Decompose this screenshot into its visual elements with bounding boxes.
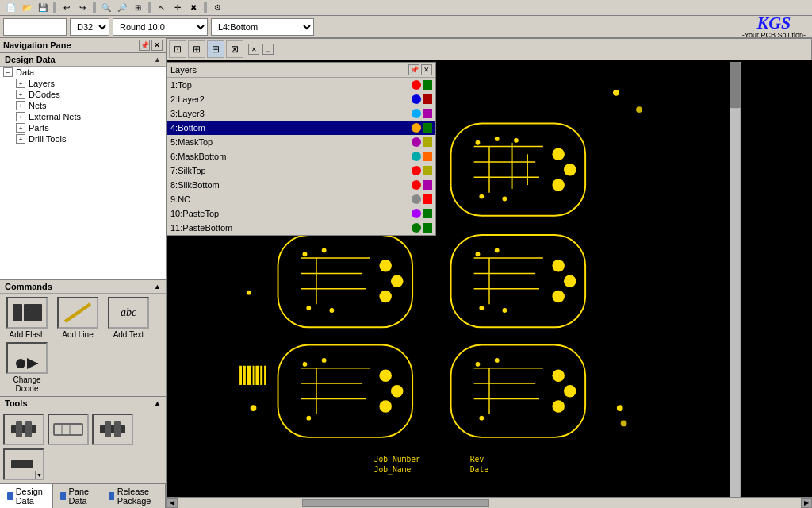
toolbar-icon-settings[interactable]: ⚙: [210, 1, 224, 15]
svg-point-101: [476, 362, 481, 367]
left-panel: Navigation Pane 📌 ✕ Design Data ▲ − Data…: [0, 38, 167, 508]
tree-expand-nets[interactable]: +: [16, 101, 25, 110]
drill-code-select[interactable]: D32: [70, 18, 109, 36]
tools-scroll-up[interactable]: ▲: [154, 399, 161, 407]
svg-point-64: [391, 275, 404, 287]
layer-row-4[interactable]: 4:Bottom: [167, 121, 435, 135]
svg-point-80: [479, 306, 484, 310]
layer-row-2[interactable]: 2:Layer2: [167, 92, 435, 106]
tool-4[interactable]: ▼: [3, 448, 44, 480]
tree-expand-dcodes[interactable]: +: [16, 90, 25, 99]
toolbar-icon-move[interactable]: ✛: [170, 1, 185, 15]
canvas-close-btn[interactable]: ✕: [248, 44, 259, 55]
commands-scroll-up[interactable]: ▲: [154, 283, 161, 291]
cmd-add-flash[interactable]: Add Flash: [3, 297, 51, 339]
toolbar-icon-select[interactable]: ↖: [155, 1, 169, 15]
toolbar-icon-undo[interactable]: ↩: [59, 1, 74, 15]
layer-select[interactable]: L4:Bottom: [211, 18, 314, 36]
cmd-add-line[interactable]: Add Line: [54, 297, 102, 339]
canvas-resize-btn[interactable]: □: [262, 44, 274, 55]
layer-dot-10b: [423, 209, 432, 218]
tool-dropdown-btn[interactable]: ▼: [35, 471, 43, 479]
svg-point-57: [502, 197, 507, 202]
layers-panel-close[interactable]: ✕: [421, 64, 432, 75]
tree-expand-data[interactable]: −: [3, 67, 13, 77]
design-data-scroll-up[interactable]: ▲: [154, 56, 161, 64]
tree-expand-external-nets[interactable]: +: [16, 112, 25, 121]
layers-panel-pin[interactable]: 📌: [408, 64, 419, 75]
layer-row-3[interactable]: 3:Layer3: [167, 106, 435, 121]
add-flash-svg: [11, 301, 43, 325]
hscroll-thumb[interactable]: [302, 499, 489, 507]
tools-title: Tools: [5, 398, 28, 408]
tree-drill-tools-label: Drill Tools: [29, 134, 66, 144]
cmd-change-dcode[interactable]: Change Dcode: [3, 342, 51, 393]
change-dcode-svg: [11, 346, 43, 370]
layer-row-6[interactable]: 6:MaskBottom: [167, 149, 435, 164]
layer-dots-6: [412, 152, 432, 161]
tree-item-drill-tools[interactable]: + Drill Tools: [0, 133, 166, 144]
svg-rect-15: [114, 421, 121, 437]
tree-item-nets[interactable]: + Nets: [0, 100, 166, 111]
layer-dots-5: [412, 137, 432, 147]
canvas-btn-2[interactable]: ⊞: [188, 40, 205, 58]
nav-pane-close-btn[interactable]: ✕: [151, 40, 163, 51]
svg-rect-17: [7, 492, 13, 500]
hscroll-right-btn[interactable]: ▶: [801, 498, 812, 508]
svg-rect-18: [60, 492, 65, 500]
svg-rect-13: [100, 425, 125, 433]
tree-root-data[interactable]: − Data: [0, 67, 166, 78]
nav-pane-pin-btn[interactable]: 📌: [139, 40, 150, 51]
layer-dot-5b: [423, 137, 432, 147]
tree-expand-layers[interactable]: +: [16, 79, 25, 88]
toolbar-icon-save[interactable]: 💾: [36, 1, 50, 15]
tree-expand-drill-tools[interactable]: +: [16, 134, 25, 144]
layer-row-11[interactable]: 11:PasteBottom: [167, 221, 435, 235]
layer-dot-2a: [412, 94, 421, 104]
layer-dots-1: [412, 80, 432, 90]
cmd-add-text[interactable]: abc Add Text: [105, 297, 152, 339]
svg-rect-1: [24, 304, 33, 321]
toolbar-icon-new[interactable]: 📄: [4, 1, 18, 15]
tree-item-dcodes[interactable]: + DCodes: [0, 89, 166, 100]
toolbar-icon-zoom-out[interactable]: 🔎: [115, 1, 129, 15]
svg-point-88: [391, 385, 404, 398]
toolbar-icon-zoom-fit[interactable]: ⊞: [131, 1, 145, 15]
tab-panel-data-label: Panel Data: [69, 487, 95, 506]
tool-2[interactable]: [48, 414, 89, 445]
layer-row-9[interactable]: 9:NC: [167, 192, 435, 206]
svg-point-87: [379, 370, 392, 383]
toolbar-icon-zoom-in[interactable]: 🔍: [99, 1, 113, 15]
layer-row-5[interactable]: 5:MaskTop: [167, 135, 435, 149]
hscroll-left-btn[interactable]: ◀: [167, 498, 178, 508]
coordinate-input[interactable]: 25.0:25.0: [3, 18, 67, 36]
layer-row-10[interactable]: 10:PasteTop: [167, 206, 435, 221]
toolbar-icon-open[interactable]: 📂: [20, 1, 34, 15]
tree-item-external-nets[interactable]: + External Nets: [0, 111, 166, 122]
tree-item-parts[interactable]: + Parts: [0, 122, 166, 133]
layer-row-1[interactable]: 1:Top: [167, 78, 435, 92]
toolbar-icon-redo[interactable]: ↪: [75, 1, 90, 15]
tab-design-data[interactable]: Design Data: [0, 484, 53, 508]
tab-panel-data[interactable]: Panel Data: [53, 484, 102, 508]
tree-expand-parts[interactable]: +: [16, 123, 25, 133]
add-flash-label: Add Flash: [9, 330, 44, 339]
layer-row-7[interactable]: 7:SilkTop: [167, 164, 435, 178]
tab-release-package[interactable]: Release Package: [102, 484, 166, 508]
round-select[interactable]: Round 10.0: [113, 18, 208, 36]
canvas-btn-1[interactable]: ⊡: [169, 40, 186, 58]
canvas-btn-4[interactable]: ⊠: [226, 40, 243, 58]
tree-item-layers[interactable]: + Layers: [0, 78, 166, 89]
add-text-icon: abc: [108, 297, 149, 329]
tool-3[interactable]: [92, 414, 133, 445]
tool-1[interactable]: [3, 414, 44, 445]
toolbar-icon-delete[interactable]: ✖: [186, 1, 201, 15]
svg-point-50: [552, 148, 565, 161]
canvas-hscroll[interactable]: ◀ ▶: [167, 497, 812, 508]
layer-dot-3b: [423, 109, 432, 118]
svg-point-26: [617, 405, 623, 411]
layer-row-8[interactable]: 8:SilkBottom: [167, 178, 435, 192]
svg-point-99: [564, 385, 576, 398]
canvas-btn-3[interactable]: ⊟: [207, 40, 224, 58]
layer-name-8: 8:SilkBottom: [170, 180, 408, 190]
